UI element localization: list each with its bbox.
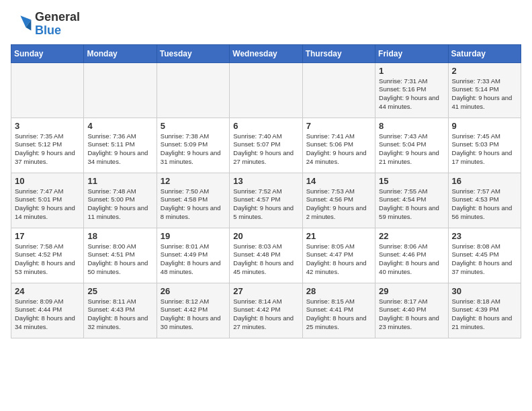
calendar-cell: 9Sunrise: 7:45 AM Sunset: 5:03 PM Daylig… — [448, 118, 521, 173]
day-info: Sunrise: 8:14 AM Sunset: 4:42 PM Dayligh… — [233, 298, 298, 332]
calendar-cell: 11Sunrise: 7:48 AM Sunset: 5:00 PM Dayli… — [84, 173, 157, 228]
calendar-cell: 7Sunrise: 7:41 AM Sunset: 5:06 PM Daylig… — [302, 118, 375, 173]
calendar-cell: 16Sunrise: 7:57 AM Sunset: 4:53 PM Dayli… — [448, 173, 521, 228]
day-number: 17 — [15, 231, 80, 241]
weekday-header-wednesday: Wednesday — [230, 44, 302, 62]
weekday-header-friday: Friday — [375, 44, 448, 62]
day-info: Sunrise: 7:48 AM Sunset: 5:00 PM Dayligh… — [87, 187, 152, 222]
day-info: Sunrise: 7:52 AM Sunset: 4:57 PM Dayligh… — [233, 187, 298, 222]
calendar-cell — [157, 62, 229, 118]
day-number: 14 — [306, 176, 371, 186]
day-info: Sunrise: 7:43 AM Sunset: 5:04 PM Dayligh… — [379, 132, 444, 167]
day-info: Sunrise: 7:38 AM Sunset: 5:09 PM Dayligh… — [161, 132, 226, 167]
day-number: 30 — [452, 286, 517, 296]
calendar-cell: 18Sunrise: 8:00 AM Sunset: 4:51 PM Dayli… — [84, 228, 157, 283]
day-number: 26 — [161, 286, 226, 296]
logo-icon — [11, 13, 32, 35]
calendar-cell — [11, 62, 84, 118]
day-info: Sunrise: 8:18 AM Sunset: 4:39 PM Dayligh… — [452, 298, 517, 332]
day-number: 23 — [452, 231, 517, 241]
calendar-cell: 20Sunrise: 8:03 AM Sunset: 4:48 PM Dayli… — [230, 228, 302, 283]
day-number: 6 — [233, 121, 298, 131]
calendar-cell: 24Sunrise: 8:09 AM Sunset: 4:44 PM Dayli… — [11, 283, 84, 338]
week-row-4: 24Sunrise: 8:09 AM Sunset: 4:44 PM Dayli… — [11, 283, 521, 338]
logo: General Blue — [11, 11, 80, 38]
weekday-header-tuesday: Tuesday — [157, 44, 229, 62]
calendar-cell — [84, 62, 157, 118]
day-number: 5 — [161, 121, 226, 131]
calendar-cell: 23Sunrise: 8:08 AM Sunset: 4:45 PM Dayli… — [448, 228, 521, 283]
calendar-cell — [230, 62, 302, 118]
calendar-cell: 27Sunrise: 8:14 AM Sunset: 4:42 PM Dayli… — [230, 283, 302, 338]
day-info: Sunrise: 7:31 AM Sunset: 5:16 PM Dayligh… — [379, 77, 444, 111]
day-number: 21 — [306, 231, 371, 241]
day-number: 2 — [452, 66, 517, 76]
day-number: 20 — [233, 231, 298, 241]
day-number: 24 — [15, 286, 80, 296]
calendar-cell: 25Sunrise: 8:11 AM Sunset: 4:43 PM Dayli… — [84, 283, 157, 338]
day-number: 10 — [15, 176, 80, 186]
logo-text: General Blue — [35, 11, 80, 38]
calendar-cell: 21Sunrise: 8:05 AM Sunset: 4:47 PM Dayli… — [302, 228, 375, 283]
day-number: 16 — [452, 176, 517, 186]
day-info: Sunrise: 8:05 AM Sunset: 4:47 PM Dayligh… — [306, 242, 371, 277]
day-number: 22 — [379, 231, 444, 241]
calendar-cell: 2Sunrise: 7:33 AM Sunset: 5:14 PM Daylig… — [448, 62, 521, 118]
day-info: Sunrise: 8:11 AM Sunset: 4:43 PM Dayligh… — [87, 298, 152, 332]
day-number: 12 — [161, 176, 226, 186]
calendar-cell: 5Sunrise: 7:38 AM Sunset: 5:09 PM Daylig… — [157, 118, 229, 173]
calendar-cell: 30Sunrise: 8:18 AM Sunset: 4:39 PM Dayli… — [448, 283, 521, 338]
day-number: 1 — [379, 66, 444, 76]
day-number: 27 — [233, 286, 298, 296]
calendar-cell: 28Sunrise: 8:15 AM Sunset: 4:41 PM Dayli… — [302, 283, 375, 338]
calendar-cell: 10Sunrise: 7:47 AM Sunset: 5:01 PM Dayli… — [11, 173, 84, 228]
calendar-cell: 3Sunrise: 7:35 AM Sunset: 5:12 PM Daylig… — [11, 118, 84, 173]
day-info: Sunrise: 8:03 AM Sunset: 4:48 PM Dayligh… — [233, 242, 298, 277]
day-info: Sunrise: 7:35 AM Sunset: 5:12 PM Dayligh… — [15, 132, 80, 167]
day-number: 19 — [161, 231, 226, 241]
weekday-header-thursday: Thursday — [302, 44, 375, 62]
week-row-2: 10Sunrise: 7:47 AM Sunset: 5:01 PM Dayli… — [11, 173, 521, 228]
day-info: Sunrise: 8:17 AM Sunset: 4:40 PM Dayligh… — [379, 298, 444, 332]
day-number: 28 — [306, 286, 371, 296]
day-info: Sunrise: 7:45 AM Sunset: 5:03 PM Dayligh… — [452, 132, 517, 167]
day-info: Sunrise: 8:00 AM Sunset: 4:51 PM Dayligh… — [87, 242, 152, 277]
calendar-cell: 19Sunrise: 8:01 AM Sunset: 4:49 PM Dayli… — [157, 228, 229, 283]
day-info: Sunrise: 7:47 AM Sunset: 5:01 PM Dayligh… — [15, 187, 80, 222]
day-number: 8 — [379, 121, 444, 131]
day-number: 18 — [87, 231, 152, 241]
day-info: Sunrise: 7:40 AM Sunset: 5:07 PM Dayligh… — [233, 132, 298, 167]
calendar-cell: 22Sunrise: 8:06 AM Sunset: 4:46 PM Dayli… — [375, 228, 448, 283]
day-info: Sunrise: 7:58 AM Sunset: 4:52 PM Dayligh… — [15, 242, 80, 277]
calendar-cell — [302, 62, 375, 118]
day-info: Sunrise: 7:50 AM Sunset: 4:58 PM Dayligh… — [161, 187, 226, 222]
day-info: Sunrise: 8:09 AM Sunset: 4:44 PM Dayligh… — [15, 298, 80, 332]
day-number: 25 — [87, 286, 152, 296]
calendar-cell: 29Sunrise: 8:17 AM Sunset: 4:40 PM Dayli… — [375, 283, 448, 338]
calendar-cell: 13Sunrise: 7:52 AM Sunset: 4:57 PM Dayli… — [230, 173, 302, 228]
weekday-header-row: SundayMondayTuesdayWednesdayThursdayFrid… — [11, 44, 521, 62]
calendar-cell: 26Sunrise: 8:12 AM Sunset: 4:42 PM Dayli… — [157, 283, 229, 338]
day-info: Sunrise: 7:57 AM Sunset: 4:53 PM Dayligh… — [452, 187, 517, 222]
day-info: Sunrise: 7:53 AM Sunset: 4:56 PM Dayligh… — [306, 187, 371, 222]
day-number: 9 — [452, 121, 517, 131]
day-info: Sunrise: 8:06 AM Sunset: 4:46 PM Dayligh… — [379, 242, 444, 277]
day-info: Sunrise: 8:01 AM Sunset: 4:49 PM Dayligh… — [161, 242, 226, 277]
calendar-cell: 8Sunrise: 7:43 AM Sunset: 5:04 PM Daylig… — [375, 118, 448, 173]
weekday-header-saturday: Saturday — [448, 44, 521, 62]
day-info: Sunrise: 8:12 AM Sunset: 4:42 PM Dayligh… — [161, 298, 226, 332]
day-number: 7 — [306, 121, 371, 131]
weekday-header-sunday: Sunday — [11, 44, 84, 62]
day-info: Sunrise: 8:15 AM Sunset: 4:41 PM Dayligh… — [306, 298, 371, 332]
day-number: 13 — [233, 176, 298, 186]
day-number: 3 — [15, 121, 80, 131]
day-info: Sunrise: 7:41 AM Sunset: 5:06 PM Dayligh… — [306, 132, 371, 167]
day-info: Sunrise: 7:36 AM Sunset: 5:11 PM Dayligh… — [87, 132, 152, 167]
weekday-header-monday: Monday — [84, 44, 157, 62]
calendar-cell: 1Sunrise: 7:31 AM Sunset: 5:16 PM Daylig… — [375, 62, 448, 118]
day-number: 29 — [379, 286, 444, 296]
calendar-cell: 4Sunrise: 7:36 AM Sunset: 5:11 PM Daylig… — [84, 118, 157, 173]
calendar-cell: 17Sunrise: 7:58 AM Sunset: 4:52 PM Dayli… — [11, 228, 84, 283]
header: General Blue — [11, 11, 521, 38]
calendar-cell: 15Sunrise: 7:55 AM Sunset: 4:54 PM Dayli… — [375, 173, 448, 228]
